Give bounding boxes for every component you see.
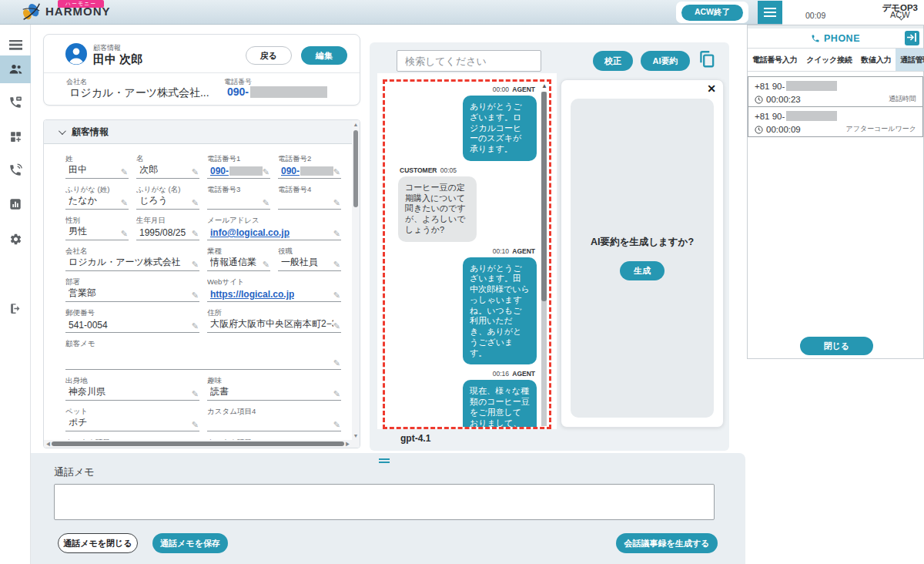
sidebar-item-reports[interactable] xyxy=(0,190,31,218)
edit-pencil-icon[interactable]: ✎ xyxy=(333,260,340,269)
edit-pencil-icon[interactable]: ✎ xyxy=(263,199,270,207)
edit-pencil-icon[interactable]: ✎ xyxy=(192,168,199,176)
call-entry[interactable]: +81 90-00:00:09アフターコールワーク xyxy=(748,106,923,137)
edit-pencil-icon[interactable]: ✎ xyxy=(333,359,340,368)
field-value: 一般社員 xyxy=(281,256,318,269)
horizontal-scroll-thumb[interactable] xyxy=(52,441,344,446)
edit-pencil-icon[interactable]: ✎ xyxy=(192,421,199,429)
acw-end-button[interactable]: ACW終了 xyxy=(681,5,743,21)
copy-transcript-button[interactable] xyxy=(696,49,718,71)
field-value-row: https://logical.co.jp✎ xyxy=(207,288,341,302)
ai-summary-button[interactable]: AI要約 xyxy=(641,51,690,71)
sidebar-menu-button[interactable] xyxy=(0,31,31,59)
field-value: 1995/08/25 xyxy=(139,227,186,238)
edit-button[interactable]: 編集 xyxy=(301,46,347,65)
field-value-row: ✎ xyxy=(207,418,341,431)
scroll-right-icon[interactable]: ▶ xyxy=(345,441,350,448)
message-bubble: コーヒー豆の定期購入について聞きたいのですが、よろしいでしょうか? xyxy=(398,176,477,242)
edit-pencil-icon[interactable]: ✎ xyxy=(333,199,340,207)
sidebar-item-customers[interactable] xyxy=(0,55,31,83)
edit-pencil-icon[interactable]: ✎ xyxy=(192,390,199,398)
phone-tab[interactable]: クイック接続 xyxy=(802,49,856,71)
edit-pencil-icon[interactable]: ✎ xyxy=(333,291,340,300)
edit-pencil-icon[interactable]: ✎ xyxy=(192,199,199,207)
field-label: 部署 xyxy=(65,277,199,286)
edit-pencil-icon[interactable]: ✎ xyxy=(121,199,128,207)
edit-pencil-icon[interactable]: ✎ xyxy=(121,168,128,176)
edit-pencil-icon[interactable]: ✎ xyxy=(333,230,340,238)
customers-icon xyxy=(8,63,23,76)
transcript-scrollbar[interactable]: ▲ xyxy=(541,82,548,426)
form-field: 電話番号4 ✎ xyxy=(278,185,341,210)
scroll-up-icon[interactable]: ▲ xyxy=(352,122,360,127)
collapse-panel-button[interactable] xyxy=(905,31,919,45)
edit-pencil-icon[interactable]: ✎ xyxy=(192,291,199,300)
chat-message: 00:00 AGENTありがとうございます。ロジカルコーヒーのスズキが承ります。 xyxy=(398,86,537,161)
phone-tab[interactable]: 通話管理 xyxy=(896,49,924,71)
generate-minutes-button[interactable]: 会話議事録を生成する xyxy=(616,533,718,553)
edit-pencil-icon[interactable]: ✎ xyxy=(263,168,270,176)
edit-pencil-icon[interactable]: ✎ xyxy=(333,421,340,429)
form-field: 電話番号1090-✎ xyxy=(207,154,270,179)
field-value-row: たなか✎ xyxy=(65,196,129,210)
phone-tab[interactable]: 電話番号入力 xyxy=(748,49,802,71)
form-horizontal-scrollbar[interactable]: ◀ ▶ xyxy=(44,440,360,448)
close-icon[interactable]: ✕ xyxy=(707,82,716,95)
edit-pencil-icon[interactable]: ✎ xyxy=(333,322,340,331)
proofread-button[interactable]: 校正 xyxy=(593,51,633,71)
menu-icon xyxy=(9,40,22,50)
phone-icon xyxy=(811,34,820,43)
panel-menu-button[interactable] xyxy=(758,1,782,24)
form-section-header[interactable]: 顧客情報 xyxy=(44,120,360,144)
call-memo-section: 通話メモ 通話メモを閉じる 通話メモを保存 会話議事録を生成する xyxy=(23,453,745,564)
sidebar-item-phone-messages[interactable] xyxy=(0,89,31,116)
field-value[interactable]: 090- xyxy=(210,166,263,176)
scroll-left-icon[interactable]: ◀ xyxy=(45,441,51,448)
edit-pencil-icon[interactable]: ✎ xyxy=(192,230,199,238)
call-entry-bottom: 00:00:23通話時間 xyxy=(755,94,916,104)
field-value[interactable]: https://logical.co.jp xyxy=(210,289,294,300)
transcript-highlight-region: 00:00 AGENTありがとうございます。ロジカルコーヒーのスズキが承ります。… xyxy=(383,79,551,429)
form-field: 住所大阪府大阪市中央区南本町2−3−✎ xyxy=(207,308,341,333)
edit-pencil-icon[interactable]: ✎ xyxy=(333,390,340,398)
sidebar-item-settings[interactable] xyxy=(0,225,31,253)
field-value: 営業部 xyxy=(69,287,96,300)
call-entry[interactable]: +81 90-00:00:23通話時間 xyxy=(748,76,923,107)
sidebar-item-outbound-call[interactable] xyxy=(0,156,31,184)
vertical-scroll-thumb[interactable] xyxy=(353,130,358,207)
memo-close-button[interactable]: 通話メモを閉じる xyxy=(58,533,138,553)
form-field: ふりがな (姓)たなか✎ xyxy=(65,185,129,210)
scroll-up-icon[interactable]: ▲ xyxy=(541,82,548,89)
edit-pencil-icon[interactable]: ✎ xyxy=(333,168,340,176)
back-button[interactable]: 戻る xyxy=(246,46,292,65)
field-value[interactable]: info@logical.co.jp xyxy=(210,227,290,238)
scroll-thumb[interactable] xyxy=(541,92,547,301)
field-value[interactable]: 090- xyxy=(281,166,333,176)
edit-pencil-icon[interactable]: ✎ xyxy=(192,260,199,269)
customer-form-grid: 姓田中✎名次郎✎電話番号1090-✎電話番号2090-✎ふりがな (姓)たなか✎… xyxy=(65,154,341,448)
edit-pencil-icon[interactable]: ✎ xyxy=(263,260,270,269)
field-label: 趣味 xyxy=(207,376,341,384)
edit-pencil-icon[interactable]: ✎ xyxy=(192,322,199,331)
scroll-down-icon[interactable]: ▼ xyxy=(352,433,360,438)
form-field: ふりがな (名)じろう✎ xyxy=(136,185,199,210)
field-value-row: 読書✎ xyxy=(207,387,341,401)
divider xyxy=(44,72,360,73)
memo-save-button[interactable]: 通話メモを保存 xyxy=(152,533,228,553)
phone-value[interactable]: 090- xyxy=(227,86,327,98)
field-value-row: 情報通信業✎ xyxy=(207,257,270,271)
phone-panel: PHONE 電話番号入力クイック接続数値入力通話管理 +81 90-00:00:… xyxy=(747,25,924,359)
session-info: 00:09 ACW デモOP3 xyxy=(782,0,924,25)
field-label: Webサイト xyxy=(207,277,341,286)
resize-handle[interactable] xyxy=(379,458,390,465)
sidebar-item-logout[interactable] xyxy=(0,294,31,322)
sidebar-item-apps-add[interactable] xyxy=(0,123,31,150)
generate-summary-button[interactable]: 生成 xyxy=(620,261,665,280)
memo-textarea[interactable] xyxy=(54,484,715,520)
transcript-search-input[interactable] xyxy=(397,50,541,72)
form-vertical-scrollbar[interactable]: ▲ ▼ xyxy=(352,120,360,440)
phone-tab[interactable]: 数値入力 xyxy=(856,49,896,71)
edit-pencil-icon[interactable]: ✎ xyxy=(121,230,128,238)
phone-close-button[interactable]: 閉じる xyxy=(800,337,873,355)
field-value: 541-0054 xyxy=(69,320,108,331)
